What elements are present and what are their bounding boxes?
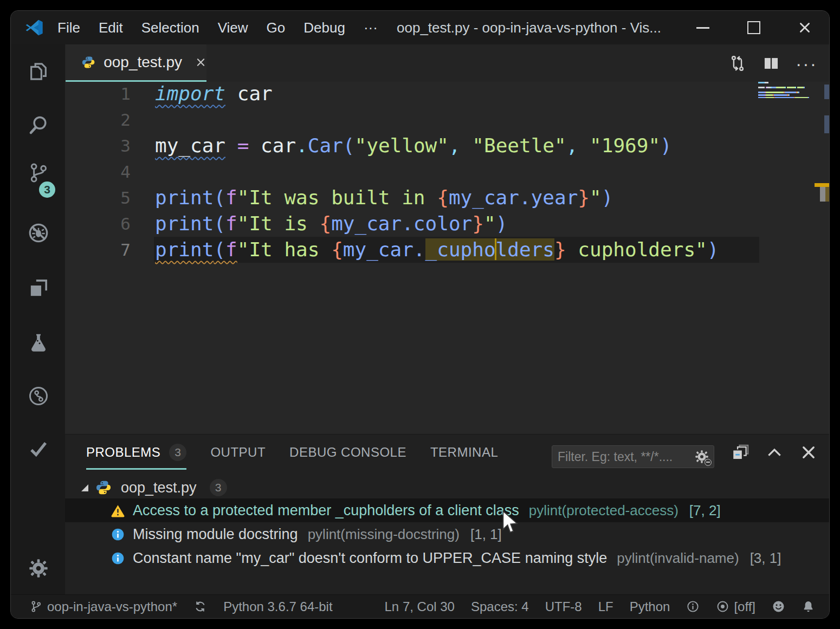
code-token: my_car [155,134,225,157]
minimap-segment [765,82,769,83]
bottom-panel: PROBLEMS3OUTPUTDEBUG CONSOLETERMINAL oop… [65,434,829,595]
extensions-icon[interactable] [28,277,49,299]
panel-tab-debug-console[interactable]: DEBUG CONSOLE [289,435,406,470]
code-line-7[interactable]: 7print(f"It has {my_car._cupholders} cup… [65,237,829,263]
line-number: 2 [65,107,131,133]
editor-actions: ··· [728,44,817,82]
code-token: "1969" [590,134,660,157]
debug-icon[interactable] [28,222,49,244]
maximize-panel-icon[interactable] [765,443,784,462]
problem-row[interactable]: Missing module docstringpylint(missing-d… [65,522,829,546]
panel-tab-terminal[interactable]: TERMINAL [430,435,498,470]
minimap[interactable] [758,82,821,114]
minimap-segment [797,87,804,88]
info-circle-icon [686,600,700,613]
source-control-icon[interactable] [28,162,49,184]
language-text: Python [630,599,670,614]
minimap-segment [766,97,774,99]
problem-row[interactable]: Access to a protected member _cupholders… [65,498,829,522]
code-token: ) [602,186,613,209]
encoding-text: UTF-8 [545,599,582,614]
code-token [461,134,473,157]
settings-gear-icon[interactable] [28,557,49,579]
cursor-position-status[interactable]: Ln 7, Col 30 [385,595,455,618]
minimap-segment [775,97,783,99]
minimap-segment [804,87,805,88]
eol-status[interactable]: LF [598,595,613,618]
code-token: "yellow" [355,134,449,157]
panel-tab-output[interactable]: OUTPUT [210,435,266,470]
filter-gear-icon[interactable] [694,449,709,464]
panel-tab-label: PROBLEMS [86,445,160,460]
restore-panel-icon[interactable] [731,443,749,462]
code-line-4[interactable]: 4 [65,159,829,185]
filter-input[interactable] [552,450,694,464]
ruler-cursor-marker [820,187,825,202]
feedback-status[interactable] [772,595,785,618]
checkmark-icon[interactable] [28,438,49,459]
problem-position: [7, 2] [689,502,721,519]
split-editor-icon[interactable] [762,54,780,73]
vscode-window: FileEditSelectionViewGoDebug··· oop_test… [10,10,830,619]
more-actions-icon[interactable]: ··· [796,54,817,73]
menu-item-edit[interactable]: Edit [99,20,123,36]
expand-twistie-icon[interactable] [81,484,88,491]
code-line-content: import car [155,81,273,107]
menu-item-go[interactable]: Go [267,20,286,36]
code-line-1[interactable]: 1import car [65,81,829,107]
problems-file-group[interactable]: oop_test.py 3 [65,477,829,498]
problem-position: [3, 1] [750,550,781,567]
eol-text: LF [598,599,613,614]
code-editor[interactable]: 1import car23my_car = car.Car("yellow", … [65,82,829,434]
indentation-status[interactable]: Spaces: 4 [471,595,529,618]
sync-status[interactable] [193,595,207,618]
menu-item-file[interactable]: File [57,20,80,36]
menu-item-view[interactable]: View [218,20,248,36]
code-token: } [578,186,590,209]
open-changes-icon[interactable] [728,54,747,73]
minimize-button[interactable] [695,20,711,36]
code-token: " [590,186,602,209]
git-branch-icon [29,600,43,613]
target-icon [716,600,729,613]
menu-item-debug[interactable]: Debug [303,20,345,36]
code-token: "It has [237,238,331,261]
language-mode-status[interactable]: Python [630,595,670,618]
line-number: 5 [65,185,131,211]
minimap-line [758,82,768,83]
explorer-icon[interactable] [28,61,49,82]
notifications-status[interactable] [802,595,815,618]
python-interpreter-status[interactable]: Python 3.6.7 64-bit [223,595,332,618]
code-token: ) [707,238,719,261]
maximize-button[interactable] [746,20,762,36]
test-beaker-icon[interactable] [28,332,49,353]
tab-oop-test-py[interactable]: oop_test.py [66,44,206,82]
close-panel-icon[interactable] [799,443,818,462]
code-line-3[interactable]: 3my_car = car.Car("yellow", "Beetle", "1… [65,133,829,159]
code-line-content: print(f"It is {my_car.color}") [155,211,507,237]
python-version: Python 3.6.7 64-bit [223,599,332,614]
overview-ruler[interactable] [823,82,830,434]
close-window-button[interactable] [797,20,813,36]
menu-item-[interactable]: ··· [364,20,378,36]
code-token: car [225,82,273,105]
line-number: 6 [65,211,131,237]
gitlens-icon[interactable] [28,385,49,407]
screencast-status[interactable]: [off] [716,595,755,618]
linter-info-status[interactable] [686,595,700,618]
code-line-6[interactable]: 6print(f"It is {my_car.color}") [65,211,829,237]
problem-message: Constant name "my_car" doesn't conform t… [133,550,607,567]
code-line-2[interactable]: 2 [65,107,829,133]
encoding-status[interactable]: UTF-8 [545,595,582,618]
code-line-5[interactable]: 5print(f"It was built in {my_car.year}") [65,185,829,211]
status-left: oop-in-java-vs-python* Python 3.6.7 64-b… [29,595,333,618]
code-token: f [225,212,237,235]
minimap-segment [787,87,796,88]
panel-tab-problems[interactable]: PROBLEMS3 [86,435,186,470]
problem-row[interactable]: Constant name "my_car" doesn't conform t… [65,546,829,570]
problems-file-name: oop_test.py [121,479,197,496]
git-branch-status[interactable]: oop-in-java-vs-python* [29,595,177,618]
search-icon[interactable] [28,114,49,136]
menu-item-selection[interactable]: Selection [141,20,199,36]
tab-close-icon[interactable] [195,55,206,69]
